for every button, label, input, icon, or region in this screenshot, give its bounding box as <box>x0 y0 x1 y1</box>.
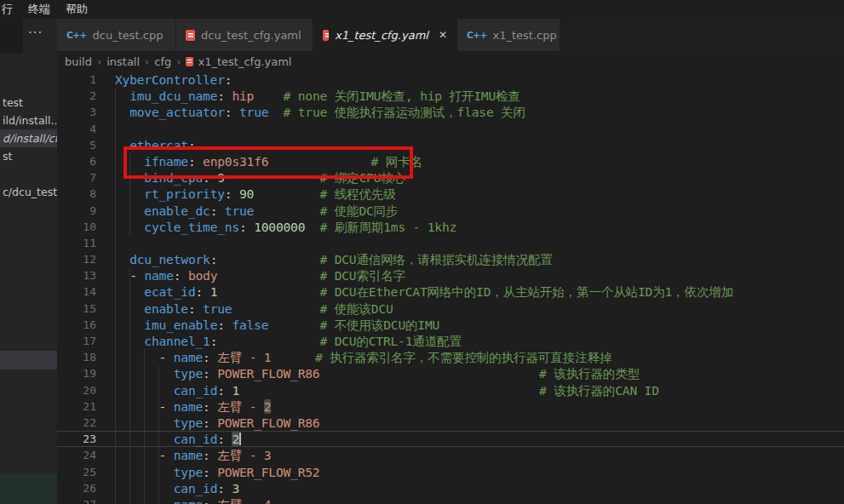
breadcrumb-segment[interactable]: cfg <box>154 55 171 68</box>
line-number: 19 <box>57 365 96 381</box>
line-number: 27 <box>57 496 96 504</box>
code-line[interactable]: 6 ifname: enp0s31f6 # 网卡名 <box>57 153 844 169</box>
line-number: 2 <box>57 88 96 104</box>
sidebar-corner <box>0 19 23 53</box>
sidebar-item[interactable]: c/dcu_test... <box>0 183 57 201</box>
close-icon[interactable]: ✕ <box>439 29 447 41</box>
code-line[interactable]: 12 dcu_network: # DCU通信网络，请根据实机连接情况配置 <box>57 251 844 267</box>
line-number: 8 <box>57 186 96 202</box>
code-text: ecat_id: 1 # DCU在EtherCAT网络中的ID，从主站开始，第一… <box>115 284 733 300</box>
yaml-file-icon <box>186 30 195 41</box>
sidebar-item[interactable]: st <box>0 147 57 165</box>
code-text: rt_priority: 90 # 线程优先级 <box>115 186 396 202</box>
sidebar-panel: ··· testild/install...d/install/cfgstc/d… <box>0 19 57 504</box>
code-line[interactable]: 5 ethercat: <box>57 137 844 153</box>
code-line[interactable]: 15 enable: true # 使能该DCU <box>57 301 844 317</box>
code-line[interactable]: 22 type: POWER_FLOW_R86 <box>57 415 844 431</box>
menu-item[interactable]: 帮助 <box>58 2 95 17</box>
line-number: 7 <box>57 169 96 186</box>
tab-dcu_test.cpp[interactable]: C++dcu_test.cpp <box>57 19 176 51</box>
line-number: 14 <box>57 284 96 300</box>
tab-label: dcu_test_cfg.yaml <box>201 29 301 42</box>
code-line[interactable]: 23 can_id: 2 <box>57 431 844 447</box>
line-number: 24 <box>57 447 96 463</box>
more-actions-icon[interactable]: ··· <box>28 26 43 41</box>
code-line[interactable]: 24 - name: 左臂 - 3 <box>57 447 844 463</box>
code-text: type: POWER_FLOW_R52 <box>115 464 319 480</box>
code-line[interactable]: 8 rt_priority: 90 # 线程优先级 <box>57 186 844 202</box>
line-number: 6 <box>57 153 96 169</box>
code-line[interactable]: 18 - name: 左臂 - 1 # 执行器索引名字，不需要控制的执行器可直接… <box>57 349 844 365</box>
code-line[interactable]: 20 can_id: 1 # 该执行器的CAN ID <box>57 382 844 398</box>
tab-bar: C++dcu_test.cppdcu_test_cfg.yamlx1_test_… <box>57 19 844 51</box>
breadcrumb: build›install›cfg›x1_test_cfg.yaml <box>57 51 844 72</box>
code-text: can_id: 3 <box>115 480 239 496</box>
code-text: channel_1: # DCU的CTRL-1通道配置 <box>115 333 462 349</box>
code-line[interactable]: 7 bind_cpu: 9 # 绑定CPU核心 <box>57 169 844 186</box>
chevron-right-icon: › <box>145 55 149 68</box>
code-text: type: POWER_FLOW_R86 # 该执行器的类型 <box>115 365 640 381</box>
tab-dcu_test_cfg.yaml[interactable]: dcu_test_cfg.yaml <box>176 19 313 51</box>
line-number: 25 <box>57 464 96 480</box>
code-line[interactable]: 16 imu_enable: false # 不使用该DCU的IMU <box>57 317 844 333</box>
sidebar-item[interactable]: ild/install... <box>0 112 57 129</box>
code-line[interactable]: 1XyberController: <box>57 72 844 88</box>
code-text: enable: true # 使能该DCU <box>115 301 393 317</box>
menu-item[interactable]: 终端 <box>20 2 58 17</box>
tab-label: x1_test_cfg.yaml <box>335 29 428 42</box>
code-line[interactable]: 26 can_id: 3 <box>57 480 844 496</box>
tab-x1_test.cpp[interactable]: C++x1_test.cpp <box>457 19 560 51</box>
code-line[interactable]: 13 - name: body # DCU索引名字 <box>57 267 844 284</box>
breadcrumb-file[interactable]: x1_test_cfg.yaml <box>198 55 291 68</box>
sidebar-item[interactable]: d/install/cfg <box>0 129 57 147</box>
code-line[interactable]: 21 - name: 左臂 - 2 <box>57 398 844 415</box>
code-text: imu_enable: false # 不使用该DCU的IMU <box>115 317 439 333</box>
sidebar-item[interactable]: test <box>0 94 57 112</box>
code-text: cycle_time_ns: 1000000 # 刷新周期1ms - 1khz <box>115 219 456 235</box>
line-number: 4 <box>57 121 96 137</box>
code-line[interactable]: 4 <box>57 121 844 137</box>
code-line[interactable]: 14 ecat_id: 1 # DCU在EtherCAT网络中的ID，从主站开始… <box>57 284 844 300</box>
code-text: can_id: 1 # 该执行器的CAN ID <box>115 382 659 398</box>
editor-area[interactable]: build›install›cfg›x1_test_cfg.yaml 1Xybe… <box>57 51 844 504</box>
tab-x1_test_cfg.yaml[interactable]: x1_test_cfg.yaml✕ <box>313 19 457 51</box>
code-text: - name: 左臂 - 2 <box>115 398 271 415</box>
code-text: - name: 左臂 - 1 # 执行器索引名字，不需要控制的执行器可直接注释掉 <box>115 349 611 365</box>
breadcrumb-segment[interactable]: install <box>106 55 140 68</box>
code-text: move_actuator: true # true 使能执行器运动测试，fla… <box>115 104 525 120</box>
yaml-file-icon <box>186 57 193 66</box>
chevron-right-icon: › <box>97 55 101 68</box>
menu-item[interactable]: 行 <box>0 2 20 17</box>
code-line[interactable]: 10 cycle_time_ns: 1000000 # 刷新周期1ms - 1k… <box>57 219 844 235</box>
line-number: 3 <box>57 104 96 120</box>
line-number: 5 <box>57 137 96 153</box>
cpp-file-icon: C++ <box>467 30 487 41</box>
line-number: 13 <box>57 267 96 284</box>
code-line[interactable]: 19 type: POWER_FLOW_R86 # 该执行器的类型 <box>57 365 844 381</box>
code-text: dcu_network: # DCU通信网络，请根据实机连接情况配置 <box>115 251 553 267</box>
code-lines: 1XyberController:2 imu_dcu_name: hip # n… <box>57 72 844 504</box>
code-text: type: POWER_FLOW_R86 <box>115 415 319 431</box>
code-line[interactable]: 27 - name: 左臂 - 4 <box>57 496 844 504</box>
line-number: 20 <box>57 382 96 398</box>
breadcrumb-segment[interactable]: build <box>65 55 92 68</box>
code-text: XyberController: <box>115 72 232 88</box>
line-number: 18 <box>57 349 96 365</box>
code-line[interactable]: 3 move_actuator: true # true 使能执行器运动测试，f… <box>57 104 844 120</box>
vscode-window: 行终端帮助 ··· testild/install...d/install/cf… <box>0 0 844 504</box>
cpp-file-icon: C++ <box>66 30 87 41</box>
code-line[interactable]: 2 imu_dcu_name: hip # none 关闭IMU检查, hip … <box>57 88 844 104</box>
code-line[interactable]: 9 enable_dc: true # 使能DC同步 <box>57 203 844 219</box>
code-line[interactable]: 17 channel_1: # DCU的CTRL-1通道配置 <box>57 333 844 349</box>
menu-bar: 行终端帮助 <box>0 0 844 19</box>
sidebar-selected-row[interactable] <box>0 351 57 369</box>
code-text: ethercat: <box>115 137 195 153</box>
code-text: - name: body # DCU索引名字 <box>115 267 405 284</box>
line-number: 26 <box>57 480 96 496</box>
code-text: imu_dcu_name: hip # none 关闭IMU检查, hip 打开… <box>115 88 520 104</box>
sidebar-bottom-panel <box>0 473 57 504</box>
code-line[interactable]: 11 <box>57 235 844 251</box>
line-number: 15 <box>57 301 96 317</box>
line-number: 1 <box>57 72 96 88</box>
code-line[interactable]: 25 type: POWER_FLOW_R52 <box>57 464 844 480</box>
